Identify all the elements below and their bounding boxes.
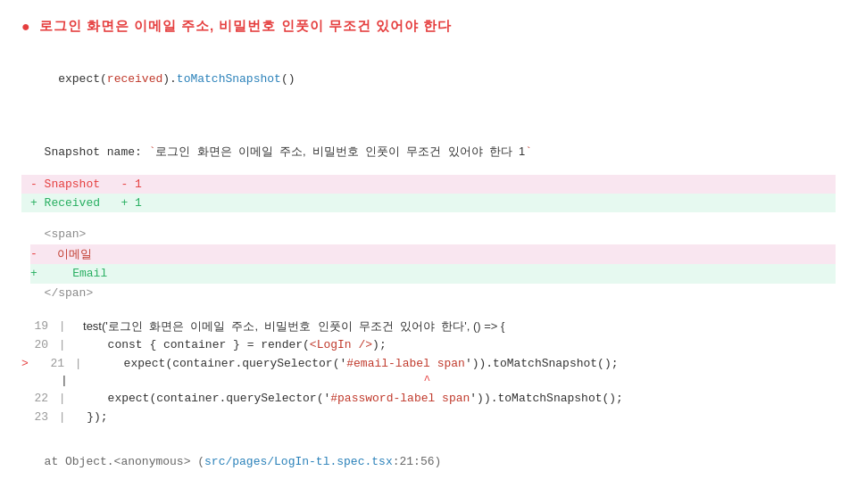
at-suffix: :21:56) xyxy=(393,455,442,468)
diff-plus-label: + Received + 1 xyxy=(30,196,142,210)
expect-keyword: expect(received).toMatchSnapshot() xyxy=(58,72,295,86)
snapshot-name-line: Snapshot name: `로그인 화면은 이메일 주소, 비밀번호 인풋이… xyxy=(21,120,836,162)
diff-tree-plus-row: + Email xyxy=(30,264,836,284)
diff-plus-header: + Received + 1 xyxy=(21,194,836,212)
bullet-icon: ● xyxy=(21,20,30,36)
diff-plus-sign: + xyxy=(30,264,45,284)
source-line-19: 19 | test('로그인 화면은 이메일 주소, 비밀번호 인풋이 무조건 … xyxy=(21,317,836,335)
line-num-20: 20 xyxy=(21,335,48,354)
source-line-21: > 21 | expect(container.querySelector('#… xyxy=(21,354,836,373)
test-title: 로그인 화면은 이메일 주소, 비밀번호 인풋이 무조건 있어야 한다 xyxy=(39,18,453,35)
diff-minus-content: 이메일 xyxy=(45,244,92,264)
at-line: at Object.<anonymous> (src/pages/LogIn-t… xyxy=(21,442,836,468)
diff-minus-sign: - xyxy=(30,244,45,264)
diff-section: - Snapshot - 1 + Received + 1 xyxy=(21,175,836,212)
snapshot-name-prefix: Snapshot name: ` xyxy=(45,145,156,159)
expect-code-block: expect(received).toMatchSnapshot() xyxy=(21,52,836,107)
pipe-20: | xyxy=(52,335,72,354)
source-content-23: }); xyxy=(79,408,107,426)
source-content-21: expect(container.querySelector('#email-l… xyxy=(96,354,618,373)
diff-minus-label: - Snapshot - 1 xyxy=(30,178,142,191)
pipe-23: | xyxy=(52,408,72,426)
line-num-21: 21 xyxy=(37,354,64,373)
source-content-22: expect(container.querySelector('#passwor… xyxy=(79,389,623,408)
source-line-23: 23 | }); xyxy=(21,408,836,426)
line-num-23: 23 xyxy=(21,408,48,426)
diff-tree-section: <span> - 이메일 + Email </span> xyxy=(21,225,836,303)
diff-minus-header: - Snapshot - 1 xyxy=(21,175,836,194)
at-prefix: at Object.<anonymous> ( xyxy=(45,455,204,468)
diff-tree-minus-row: - 이메일 xyxy=(30,244,836,264)
source-section: 19 | test('로그인 화면은 이메일 주소, 비밀번호 인풋이 무조건 … xyxy=(21,317,836,427)
expect-line: expect(received).toMatchSnapshot() xyxy=(30,52,836,107)
error-arrow-21: > xyxy=(21,354,34,373)
test-title-line: ● 로그인 화면은 이메일 주소, 비밀번호 인풋이 무조건 있어야 한다 xyxy=(21,18,836,36)
caret-pipe-spacer: | xyxy=(61,374,89,389)
source-file-link[interactable]: src/pages/LogIn-tl.spec.tsx xyxy=(204,455,393,468)
source-content-20: const { container } = render(<LogIn />); xyxy=(79,335,386,354)
span-close-tag: </span> xyxy=(30,284,836,303)
source-line-20: 20 | const { container } = render(<LogIn… xyxy=(21,335,836,354)
snapshot-name-value: 로그인 화면은 이메일 주소, 비밀번호 인풋이 무조건 있어야 한다 1 xyxy=(155,145,525,158)
diff-plus-content: Email xyxy=(45,264,107,284)
caret-content: ^ xyxy=(89,374,430,389)
line-num-22: 22 xyxy=(21,389,48,408)
span-open-tag: <span> xyxy=(30,225,836,244)
pipe-19: | xyxy=(52,317,72,335)
line-num-19: 19 xyxy=(21,317,48,335)
pipe-22: | xyxy=(52,389,72,408)
caret-line: | ^ xyxy=(21,374,836,389)
source-line-22: 22 | expect(container.querySelector('#pa… xyxy=(21,389,836,408)
pipe-21: | xyxy=(68,354,88,373)
source-content-19: test('로그인 화면은 이메일 주소, 비밀번호 인풋이 무조건 있어야 한… xyxy=(79,317,504,335)
